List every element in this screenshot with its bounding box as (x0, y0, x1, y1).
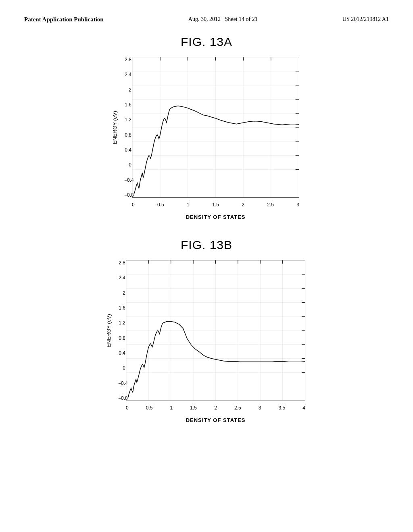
x-tick-13b-1: 0.5 (146, 405, 153, 411)
figure-13a-block: FIG. 13A ENERGY (eV) 2.8 2.4 2 1.6 1.2 0… (102, 35, 311, 222)
page: Patent Application Publication Aug. 30, … (0, 0, 413, 532)
fig13b-y-label: ENERGY (eV) (106, 314, 112, 347)
x-tick-13b-3: 1.5 (190, 405, 197, 411)
x-tick-13b-5: 2.5 (234, 405, 241, 411)
y-tick-13b-3: 1.6 (118, 305, 125, 311)
y-tick-13a-3: 1.6 (124, 102, 131, 108)
y-tick-13a-2: 2 (124, 87, 131, 93)
x-tick-13a-0: 0 (132, 202, 135, 208)
header-center: Aug. 30, 2012 Sheet 14 of 21 (188, 16, 258, 23)
header-date: Aug. 30, 2012 (188, 16, 221, 22)
x-tick-13b-7: 3.5 (278, 405, 285, 411)
figures-container: FIG. 13A ENERGY (eV) 2.8 2.4 2 1.6 1.2 0… (24, 35, 389, 425)
x-tick-13a-3: 1.5 (212, 202, 219, 208)
y-tick-13a-1: 2.4 (124, 72, 131, 77)
fig13b-svg (126, 260, 305, 401)
x-tick-13b-2: 1 (170, 405, 173, 411)
y-tick-13b-2: 2 (118, 290, 125, 296)
y-tick-13b-1: 2.4 (118, 275, 125, 281)
y-tick-13b-0: 2.8 (118, 260, 125, 266)
fig13a-svg (132, 57, 299, 197)
header-sheet: Sheet 14 of 21 (225, 16, 257, 22)
figure-13a-title: FIG. 13A (181, 35, 232, 49)
fig13a-chart-box (132, 57, 299, 198)
y-tick-13a-0: 2.8 (124, 57, 131, 62)
y-tick-13b-4: 1.2 (118, 320, 125, 326)
y-tick-13b-5: 0.8 (118, 335, 125, 341)
y-tick-13b-8: −0.4 (118, 380, 125, 386)
y-tick-13b-7: 0 (118, 365, 125, 371)
figure-13a-chart: ENERGY (eV) 2.8 2.4 2 1.6 1.2 0.8 0.4 0 … (110, 53, 303, 222)
patent-number: US 2012/219812 A1 (342, 16, 389, 23)
figure-13b-title: FIG. 13B (181, 238, 232, 252)
y-tick-13a-4: 1.2 (124, 117, 131, 123)
figure-13b-block: FIG. 13B ENERGY (eV) 2.8 2.4 2 1.6 1.2 0… (102, 238, 311, 425)
x-tick-13b-8: 4 (302, 405, 305, 411)
x-tick-13b-0: 0 (126, 405, 129, 411)
fig13a-y-label: ENERGY (eV) (112, 111, 118, 144)
y-tick-13a-5: 0.8 (124, 132, 131, 138)
fig13b-x-label: DENSITY OF STATES (126, 417, 305, 423)
y-tick-13a-7: 0 (124, 162, 131, 168)
x-tick-13a-2: 1 (187, 202, 190, 208)
y-tick-13a-8: −0.4 (124, 177, 131, 183)
x-tick-13b-4: 2 (214, 405, 217, 411)
x-tick-13a-4: 2 (242, 202, 244, 208)
x-tick-13a-6: 3 (296, 202, 299, 208)
y-tick-13b-9: −0.8 (118, 395, 125, 401)
page-header: Patent Application Publication Aug. 30, … (24, 16, 389, 23)
figure-13b-chart: ENERGY (eV) 2.8 2.4 2 1.6 1.2 0.8 0.4 0 … (104, 256, 309, 425)
y-tick-13a-9: −0.8 (124, 192, 131, 198)
x-tick-13a-5: 2.5 (267, 202, 274, 208)
x-tick-13a-1: 0.5 (157, 202, 164, 208)
y-tick-13b-6: 0.4 (118, 350, 125, 356)
y-tick-13a-6: 0.4 (124, 147, 131, 153)
x-tick-13b-6: 3 (259, 405, 261, 411)
publication-title: Patent Application Publication (24, 16, 104, 23)
fig13a-x-label: DENSITY OF STATES (132, 214, 299, 220)
fig13b-chart-box (126, 260, 305, 401)
